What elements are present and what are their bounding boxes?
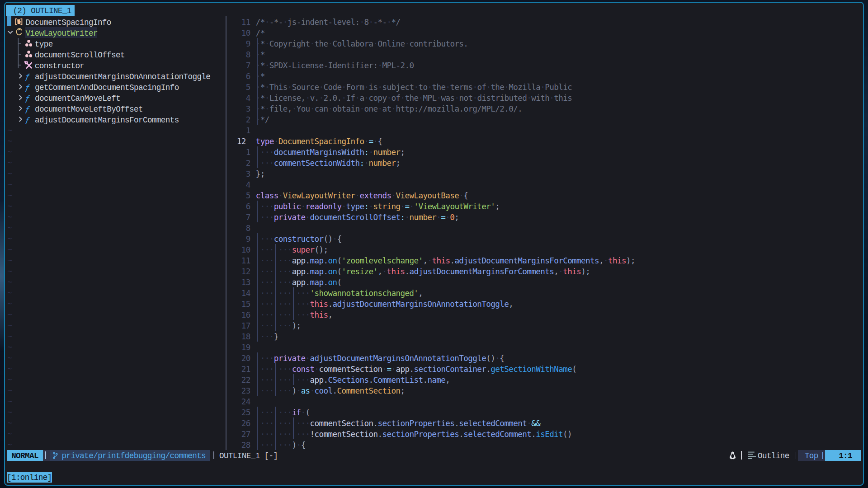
- svg-text:ƒ: ƒ: [25, 94, 30, 103]
- svg-text:ƒ: ƒ: [25, 105, 30, 114]
- svg-text:ƒ: ƒ: [25, 116, 30, 125]
- svg-text:ƒ: ƒ: [25, 72, 30, 81]
- svg-text:ƒ: ƒ: [25, 83, 30, 92]
